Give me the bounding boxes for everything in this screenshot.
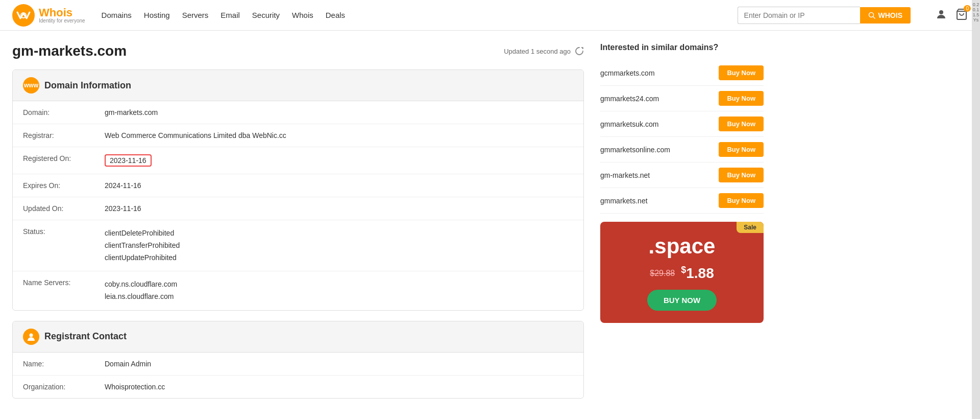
search-input[interactable] (738, 7, 860, 24)
promo-buy-button[interactable]: BUY NOW (647, 290, 717, 311)
nav-hosting[interactable]: Hosting (144, 11, 170, 19)
registrant-card: Registrant Contact Name: Domain Admin Or… (12, 321, 584, 399)
user-icon[interactable] (935, 8, 947, 22)
similar-domain-3: gmmarketsonline.com Buy Now (600, 137, 764, 162)
left-column: gm-markets.com Updated 1 second ago www … (12, 43, 584, 409)
whois-logo-icon (12, 4, 35, 27)
name-label: Name: (23, 360, 105, 368)
similar-domain-0: gcmmarkets.com Buy Now (600, 60, 764, 86)
similar-domain-2: gmmarketsuk.com Buy Now (600, 111, 764, 137)
registrant-icon (23, 329, 39, 345)
expires-on-row: Expires On: 2024-11-16 (13, 174, 583, 197)
name-servers-value: coby.ns.cloudflare.comleia.ns.cloudflare… (105, 278, 573, 303)
updated-on-value: 2023-11-16 (105, 204, 573, 213)
buy-now-btn-0[interactable]: Buy Now (719, 65, 764, 80)
main-nav: Domains Hosting Servers Email Security W… (102, 11, 721, 19)
domain-value: gm-markets.com (105, 108, 573, 117)
org-value: Whoisprotection.cc (105, 383, 573, 391)
nav-servers[interactable]: Servers (182, 11, 209, 19)
promo-card: Sale .space $29.88 $1.88 BUY NOW (600, 222, 764, 323)
domain-row: Domain: gm-markets.com (13, 101, 583, 124)
similar-domain-5: gmmarkets.net Buy Now (600, 188, 764, 214)
promo-price-row: $29.88 $1.88 (610, 265, 753, 282)
domain-info-title: Domain Information (44, 80, 131, 91)
nav-domains[interactable]: Domains (102, 11, 132, 19)
cart-icon[interactable]: 0 (955, 8, 968, 22)
person-icon (27, 332, 36, 341)
www-icon: www (23, 77, 39, 94)
org-row: Organization: Whoisprotection.cc (13, 376, 583, 398)
status-label: Status: (23, 227, 105, 236)
registered-on-box: 2023-11-16 (105, 154, 152, 167)
cart-badge: 0 (964, 5, 971, 12)
right-column: Interested in similar domains? gcmmarket… (600, 43, 764, 409)
similar-domain-1: gmmarkets24.com Buy Now (600, 86, 764, 111)
expires-on-label: Expires On: (23, 181, 105, 190)
updated-on-label: Updated On: (23, 204, 105, 213)
domain-info-header: www Domain Information (13, 70, 583, 101)
nav-deals[interactable]: Deals (326, 11, 345, 19)
registrant-title: Registrant Contact (44, 331, 127, 342)
registrant-header: Registrant Contact (13, 321, 583, 353)
search-area: WHOIS (738, 7, 911, 24)
similar-domain-4: gm-markets.net Buy Now (600, 162, 764, 188)
buy-now-btn-1[interactable]: Buy Now (719, 91, 764, 106)
svg-point-6 (30, 333, 33, 337)
updated-on-row: Updated On: 2023-11-16 (13, 197, 583, 220)
name-row: Name: Domain Admin (13, 353, 583, 376)
scrollbar-widget: 0.2 0.1 1.5 Ys (972, 0, 980, 419)
svg-point-0 (12, 4, 35, 27)
domain-title: gm-markets.com (12, 43, 127, 59)
expires-on-value: 2024-11-16 (105, 181, 573, 190)
name-servers-label: Name Servers: (23, 278, 105, 287)
registered-on-row: Registered On: 2023-11-16 (13, 147, 583, 174)
status-row: Status: clientDeleteProhibitedclientTran… (13, 220, 583, 271)
registered-on-label: Registered On: (23, 154, 105, 162)
buy-now-btn-3[interactable]: Buy Now (719, 142, 764, 157)
search-icon (868, 12, 875, 19)
buy-now-btn-2[interactable]: Buy Now (719, 117, 764, 131)
whois-search-button[interactable]: WHOIS (860, 7, 911, 24)
svg-point-4 (939, 10, 943, 14)
promo-new-price: $1.88 (681, 265, 714, 282)
buy-now-btn-5[interactable]: Buy Now (719, 193, 764, 208)
promo-domain: .space (610, 234, 753, 259)
nav-email[interactable]: Email (220, 11, 240, 19)
promo-old-price: $29.88 (650, 269, 675, 278)
logo-link[interactable]: Whois Identity for everyone (12, 4, 85, 27)
nav-whois[interactable]: Whois (292, 11, 313, 19)
main-header: Whois Identity for everyone Domains Host… (0, 0, 980, 31)
main-content: gm-markets.com Updated 1 second ago www … (0, 31, 776, 419)
domain-label: Domain: (23, 108, 105, 117)
header-icons: 0 (935, 8, 968, 22)
registrar-value: Web Commerce Communications Limited dba … (105, 131, 573, 139)
logo-text: Whois Identity for everyone (39, 7, 85, 24)
domain-header: gm-markets.com Updated 1 second ago (12, 43, 584, 59)
updated-text: Updated 1 second ago (504, 48, 571, 55)
registered-on-value: 2023-11-16 (105, 154, 573, 167)
similar-domains-heading: Interested in similar domains? (600, 43, 764, 52)
registrar-row: Registrar: Web Commerce Communications L… (13, 124, 583, 147)
sale-badge: Sale (737, 222, 764, 233)
refresh-icon[interactable] (575, 46, 584, 56)
svg-line-3 (873, 16, 875, 18)
registrar-label: Registrar: (23, 131, 105, 139)
name-servers-row: Name Servers: coby.ns.cloudflare.comleia… (13, 271, 583, 310)
updated-info: Updated 1 second ago (504, 46, 584, 56)
nav-security[interactable]: Security (252, 11, 280, 19)
user-avatar-icon (935, 8, 947, 20)
name-value: Domain Admin (105, 360, 573, 368)
org-label: Organization: (23, 383, 105, 391)
status-value: clientDeleteProhibitedclientTransferProh… (105, 227, 573, 264)
domain-info-card: www Domain Information Domain: gm-market… (12, 69, 584, 311)
buy-now-btn-4[interactable]: Buy Now (719, 168, 764, 182)
